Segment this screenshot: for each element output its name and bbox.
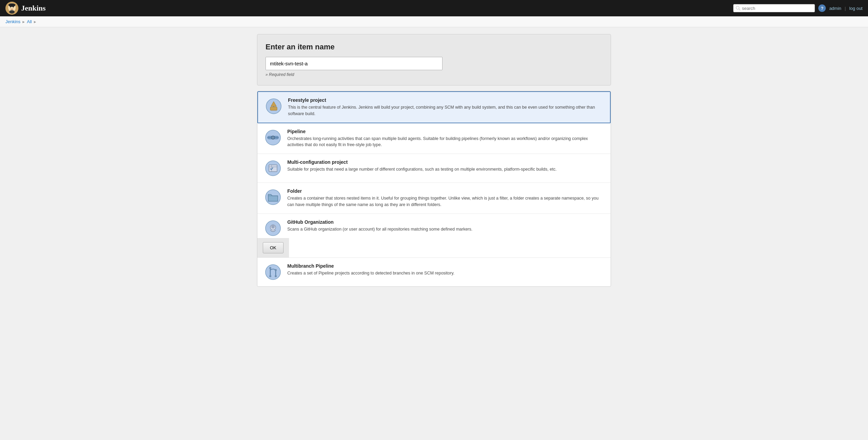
ok-button[interactable]: OK [263, 242, 284, 253]
folder-desc: Creates a container that stores nested i… [287, 195, 604, 208]
svg-point-15 [271, 136, 275, 139]
form-title: Enter an item name [266, 43, 602, 51]
multi-config-desc: Suitable for projects that need a large … [287, 166, 604, 173]
item-type-freestyle[interactable]: Freestyle project This is the central fe… [257, 91, 611, 123]
svg-point-30 [269, 275, 271, 277]
breadcrumb-all[interactable]: All [27, 19, 32, 24]
multibranch-desc: Creates a set of Pipeline projects accor… [287, 270, 604, 277]
search-input[interactable] [742, 6, 813, 11]
multi-config-name: Multi-configuration project [287, 159, 604, 165]
svg-rect-6 [9, 4, 15, 5]
freestyle-icon [265, 97, 283, 115]
svg-rect-19 [269, 165, 277, 172]
ok-btn-container: OK [257, 238, 289, 257]
svg-point-7 [736, 6, 739, 9]
pipeline-desc: Orchestrates long-running activities tha… [287, 136, 604, 148]
breadcrumb-sep-1: ► [22, 20, 26, 24]
breadcrumb: Jenkins ► All ► [0, 16, 868, 27]
search-icon [736, 5, 741, 11]
github-org-icon [264, 219, 282, 237]
header: Jenkins ? admin | log out [0, 0, 868, 16]
svg-point-26 [266, 265, 280, 280]
github-org-desc: Scans a GitHub organization (or user acc… [287, 226, 604, 233]
item-type-multibranch[interactable]: Multibranch Pipeline Creates a set of Pi… [257, 258, 611, 286]
freestyle-info: Freestyle project This is the central fe… [288, 97, 603, 117]
svg-point-32 [275, 275, 277, 277]
multibranch-name: Multibranch Pipeline [287, 263, 604, 269]
admin-link[interactable]: admin [829, 6, 841, 11]
multi-config-info: Multi-configuration project Suitable for… [287, 159, 604, 173]
item-type-multi-config[interactable]: Multi-configuration project Suitable for… [257, 154, 611, 183]
multibranch-info: Multibranch Pipeline Creates a set of Pi… [287, 263, 604, 277]
svg-rect-10 [270, 107, 277, 110]
header-divider: | [845, 6, 846, 11]
multi-config-icon [264, 159, 282, 177]
pipeline-name: Pipeline [287, 129, 604, 134]
breadcrumb-jenkins[interactable]: Jenkins [5, 19, 20, 24]
search-wrapper[interactable] [733, 4, 815, 12]
svg-point-25 [271, 225, 275, 229]
item-type-github-org[interactable]: GitHub Organization Scans a GitHub organ… [257, 214, 611, 258]
help-button[interactable]: ? [818, 4, 826, 12]
header-left: Jenkins [5, 2, 46, 15]
github-org-name: GitHub Organization [287, 219, 604, 225]
folder-name: Folder [287, 188, 604, 194]
freestyle-name: Freestyle project [288, 97, 603, 103]
logout-link[interactable]: log out [849, 6, 863, 11]
folder-icon [264, 188, 282, 206]
app-title: Jenkins [21, 4, 46, 13]
pipeline-icon [264, 129, 282, 146]
item-types-list: Freestyle project This is the central fe… [257, 91, 611, 287]
item-type-folder[interactable]: Folder Creates a container that stores n… [257, 183, 611, 214]
github-org-info: GitHub Organization Scans a GitHub organ… [287, 219, 604, 233]
svg-point-2 [9, 10, 15, 14]
item-type-pipeline[interactable]: Pipeline Orchestrates long-running activ… [257, 123, 611, 154]
folder-info: Folder Creates a container that stores n… [287, 188, 604, 208]
item-name-input[interactable] [266, 57, 443, 70]
multibranch-icon [264, 263, 282, 281]
pipeline-info: Pipeline Orchestrates long-running activ… [287, 129, 604, 148]
required-field-text: » Required field [266, 72, 602, 77]
svg-point-29 [269, 267, 271, 269]
header-right: ? admin | log out [733, 4, 863, 12]
svg-line-8 [739, 9, 740, 10]
freestyle-desc: This is the central feature of Jenkins. … [288, 104, 603, 117]
jenkins-logo [5, 2, 18, 15]
breadcrumb-sep-2: ► [33, 20, 37, 24]
main-content: Enter an item name » Required field Free… [247, 27, 621, 294]
form-panel: Enter an item name » Required field [257, 34, 611, 85]
svg-point-31 [275, 269, 277, 271]
